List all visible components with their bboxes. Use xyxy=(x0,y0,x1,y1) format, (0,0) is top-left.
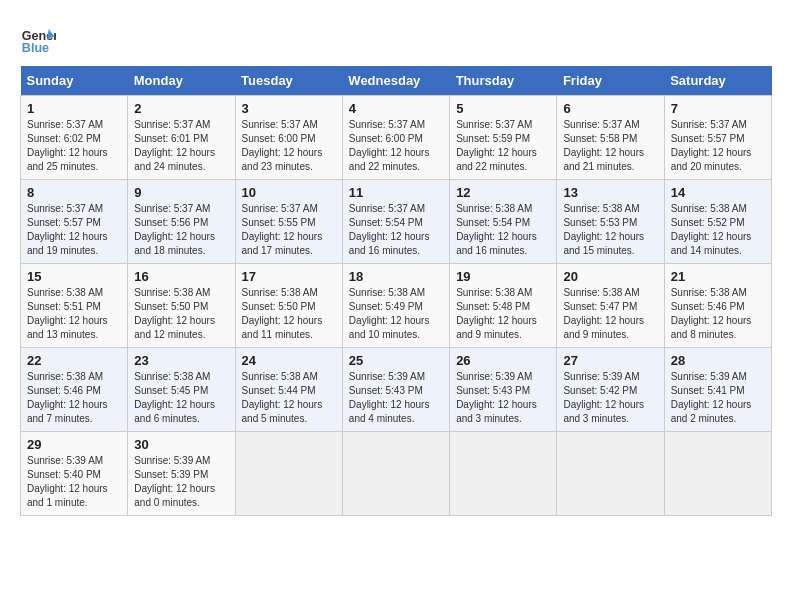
day-number: 24 xyxy=(242,353,336,368)
day-number: 20 xyxy=(563,269,657,284)
day-number: 29 xyxy=(27,437,121,452)
day-number: 9 xyxy=(134,185,228,200)
day-info: Sunrise: 5:39 AM Sunset: 5:39 PM Dayligh… xyxy=(134,454,228,510)
calendar-day-cell: 27 Sunrise: 5:39 AM Sunset: 5:42 PM Dayl… xyxy=(557,348,664,432)
calendar-day-cell xyxy=(557,432,664,516)
day-number: 10 xyxy=(242,185,336,200)
day-info: Sunrise: 5:38 AM Sunset: 5:48 PM Dayligh… xyxy=(456,286,550,342)
calendar-day-cell: 5 Sunrise: 5:37 AM Sunset: 5:59 PM Dayli… xyxy=(450,96,557,180)
day-number: 15 xyxy=(27,269,121,284)
logo-icon: General Blue xyxy=(20,20,56,56)
day-info: Sunrise: 5:38 AM Sunset: 5:52 PM Dayligh… xyxy=(671,202,765,258)
day-number: 26 xyxy=(456,353,550,368)
day-info: Sunrise: 5:38 AM Sunset: 5:46 PM Dayligh… xyxy=(27,370,121,426)
calendar-day-cell: 7 Sunrise: 5:37 AM Sunset: 5:57 PM Dayli… xyxy=(664,96,771,180)
day-number: 18 xyxy=(349,269,443,284)
day-info: Sunrise: 5:38 AM Sunset: 5:54 PM Dayligh… xyxy=(456,202,550,258)
calendar-day-cell: 29 Sunrise: 5:39 AM Sunset: 5:40 PM Dayl… xyxy=(21,432,128,516)
day-number: 8 xyxy=(27,185,121,200)
day-info: Sunrise: 5:37 AM Sunset: 6:02 PM Dayligh… xyxy=(27,118,121,174)
day-number: 14 xyxy=(671,185,765,200)
day-number: 2 xyxy=(134,101,228,116)
day-info: Sunrise: 5:38 AM Sunset: 5:53 PM Dayligh… xyxy=(563,202,657,258)
day-info: Sunrise: 5:39 AM Sunset: 5:43 PM Dayligh… xyxy=(349,370,443,426)
calendar-day-cell xyxy=(664,432,771,516)
calendar-week-row: 22 Sunrise: 5:38 AM Sunset: 5:46 PM Dayl… xyxy=(21,348,772,432)
day-info: Sunrise: 5:38 AM Sunset: 5:46 PM Dayligh… xyxy=(671,286,765,342)
calendar-day-cell: 25 Sunrise: 5:39 AM Sunset: 5:43 PM Dayl… xyxy=(342,348,449,432)
calendar-day-cell: 4 Sunrise: 5:37 AM Sunset: 6:00 PM Dayli… xyxy=(342,96,449,180)
calendar-day-cell: 16 Sunrise: 5:38 AM Sunset: 5:50 PM Dayl… xyxy=(128,264,235,348)
calendar-day-cell: 14 Sunrise: 5:38 AM Sunset: 5:52 PM Dayl… xyxy=(664,180,771,264)
calendar-day-cell: 11 Sunrise: 5:37 AM Sunset: 5:54 PM Dayl… xyxy=(342,180,449,264)
calendar-day-cell xyxy=(235,432,342,516)
logo: General Blue xyxy=(20,20,60,56)
calendar-day-cell: 10 Sunrise: 5:37 AM Sunset: 5:55 PM Dayl… xyxy=(235,180,342,264)
calendar-day-cell: 2 Sunrise: 5:37 AM Sunset: 6:01 PM Dayli… xyxy=(128,96,235,180)
day-info: Sunrise: 5:38 AM Sunset: 5:47 PM Dayligh… xyxy=(563,286,657,342)
calendar-day-cell: 26 Sunrise: 5:39 AM Sunset: 5:43 PM Dayl… xyxy=(450,348,557,432)
day-header-friday: Friday xyxy=(557,66,664,96)
day-header-thursday: Thursday xyxy=(450,66,557,96)
day-info: Sunrise: 5:38 AM Sunset: 5:50 PM Dayligh… xyxy=(134,286,228,342)
day-info: Sunrise: 5:37 AM Sunset: 6:01 PM Dayligh… xyxy=(134,118,228,174)
day-number: 16 xyxy=(134,269,228,284)
calendar-day-cell: 24 Sunrise: 5:38 AM Sunset: 5:44 PM Dayl… xyxy=(235,348,342,432)
day-number: 21 xyxy=(671,269,765,284)
day-header-saturday: Saturday xyxy=(664,66,771,96)
day-info: Sunrise: 5:37 AM Sunset: 5:55 PM Dayligh… xyxy=(242,202,336,258)
day-number: 11 xyxy=(349,185,443,200)
calendar-day-cell: 9 Sunrise: 5:37 AM Sunset: 5:56 PM Dayli… xyxy=(128,180,235,264)
calendar-week-row: 1 Sunrise: 5:37 AM Sunset: 6:02 PM Dayli… xyxy=(21,96,772,180)
day-header-monday: Monday xyxy=(128,66,235,96)
calendar-day-cell: 21 Sunrise: 5:38 AM Sunset: 5:46 PM Dayl… xyxy=(664,264,771,348)
day-info: Sunrise: 5:37 AM Sunset: 5:54 PM Dayligh… xyxy=(349,202,443,258)
calendar-week-row: 8 Sunrise: 5:37 AM Sunset: 5:57 PM Dayli… xyxy=(21,180,772,264)
day-number: 17 xyxy=(242,269,336,284)
calendar-day-cell: 17 Sunrise: 5:38 AM Sunset: 5:50 PM Dayl… xyxy=(235,264,342,348)
day-header-sunday: Sunday xyxy=(21,66,128,96)
calendar-week-row: 15 Sunrise: 5:38 AM Sunset: 5:51 PM Dayl… xyxy=(21,264,772,348)
day-number: 7 xyxy=(671,101,765,116)
day-number: 23 xyxy=(134,353,228,368)
day-info: Sunrise: 5:39 AM Sunset: 5:41 PM Dayligh… xyxy=(671,370,765,426)
day-info: Sunrise: 5:37 AM Sunset: 5:57 PM Dayligh… xyxy=(27,202,121,258)
day-header-wednesday: Wednesday xyxy=(342,66,449,96)
calendar-day-cell: 19 Sunrise: 5:38 AM Sunset: 5:48 PM Dayl… xyxy=(450,264,557,348)
day-info: Sunrise: 5:38 AM Sunset: 5:44 PM Dayligh… xyxy=(242,370,336,426)
calendar-day-cell: 30 Sunrise: 5:39 AM Sunset: 5:39 PM Dayl… xyxy=(128,432,235,516)
day-number: 27 xyxy=(563,353,657,368)
svg-text:Blue: Blue xyxy=(22,41,49,55)
calendar-day-cell: 20 Sunrise: 5:38 AM Sunset: 5:47 PM Dayl… xyxy=(557,264,664,348)
day-number: 5 xyxy=(456,101,550,116)
day-info: Sunrise: 5:39 AM Sunset: 5:43 PM Dayligh… xyxy=(456,370,550,426)
day-number: 6 xyxy=(563,101,657,116)
calendar-day-cell: 18 Sunrise: 5:38 AM Sunset: 5:49 PM Dayl… xyxy=(342,264,449,348)
day-number: 3 xyxy=(242,101,336,116)
day-number: 1 xyxy=(27,101,121,116)
calendar-day-cell xyxy=(342,432,449,516)
calendar-day-cell: 3 Sunrise: 5:37 AM Sunset: 6:00 PM Dayli… xyxy=(235,96,342,180)
day-number: 12 xyxy=(456,185,550,200)
day-number: 22 xyxy=(27,353,121,368)
calendar-day-cell: 13 Sunrise: 5:38 AM Sunset: 5:53 PM Dayl… xyxy=(557,180,664,264)
day-header-tuesday: Tuesday xyxy=(235,66,342,96)
calendar-day-cell: 22 Sunrise: 5:38 AM Sunset: 5:46 PM Dayl… xyxy=(21,348,128,432)
day-info: Sunrise: 5:38 AM Sunset: 5:51 PM Dayligh… xyxy=(27,286,121,342)
calendar-day-cell: 12 Sunrise: 5:38 AM Sunset: 5:54 PM Dayl… xyxy=(450,180,557,264)
day-number: 25 xyxy=(349,353,443,368)
calendar-day-cell: 15 Sunrise: 5:38 AM Sunset: 5:51 PM Dayl… xyxy=(21,264,128,348)
day-info: Sunrise: 5:38 AM Sunset: 5:49 PM Dayligh… xyxy=(349,286,443,342)
calendar-header-row: SundayMondayTuesdayWednesdayThursdayFrid… xyxy=(21,66,772,96)
day-info: Sunrise: 5:37 AM Sunset: 5:57 PM Dayligh… xyxy=(671,118,765,174)
header: General Blue xyxy=(20,20,772,56)
calendar-table: SundayMondayTuesdayWednesdayThursdayFrid… xyxy=(20,66,772,516)
day-number: 4 xyxy=(349,101,443,116)
day-info: Sunrise: 5:39 AM Sunset: 5:40 PM Dayligh… xyxy=(27,454,121,510)
day-info: Sunrise: 5:37 AM Sunset: 6:00 PM Dayligh… xyxy=(242,118,336,174)
day-info: Sunrise: 5:38 AM Sunset: 5:45 PM Dayligh… xyxy=(134,370,228,426)
calendar-week-row: 29 Sunrise: 5:39 AM Sunset: 5:40 PM Dayl… xyxy=(21,432,772,516)
calendar-day-cell: 23 Sunrise: 5:38 AM Sunset: 5:45 PM Dayl… xyxy=(128,348,235,432)
day-number: 19 xyxy=(456,269,550,284)
day-number: 28 xyxy=(671,353,765,368)
